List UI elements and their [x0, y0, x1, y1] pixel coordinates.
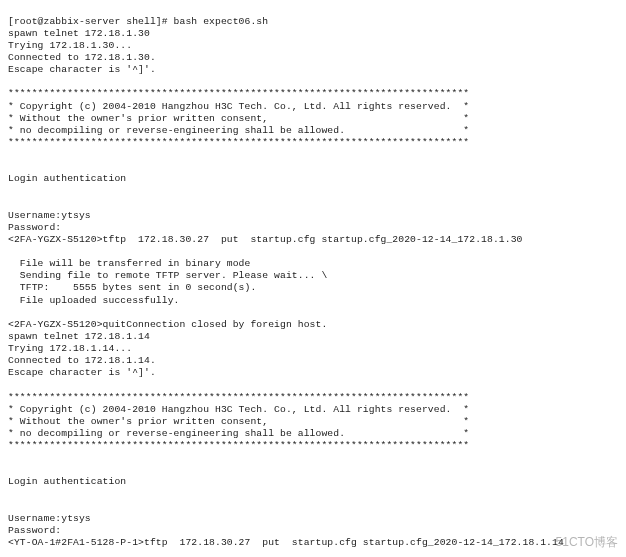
terminal-output: [root@zabbix-server shell]# bash expect0…	[0, 10, 626, 557]
watermark: 51CTO博客	[556, 534, 618, 551]
